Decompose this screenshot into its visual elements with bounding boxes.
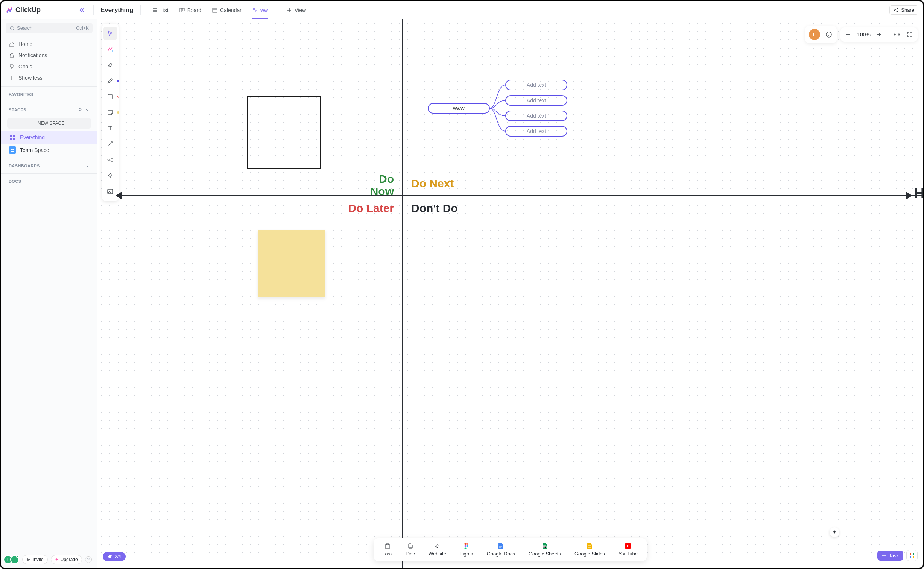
- top-bar: ClickUp Everything List Board Calendar w…: [1, 1, 923, 19]
- apps-grid-icon: [909, 553, 915, 558]
- task-icon: [384, 543, 391, 549]
- avatar-stack[interactable]: E E: [6, 555, 19, 564]
- svg-rect-0: [180, 8, 182, 12]
- nav-showless[interactable]: Show less: [1, 72, 97, 84]
- upgrade-button[interactable]: ✦ Upgrade: [51, 555, 82, 564]
- insert-doc[interactable]: Doc: [400, 541, 422, 558]
- search-kbd: Ctrl+K: [76, 26, 89, 31]
- chevron-down-icon[interactable]: [85, 108, 90, 112]
- home-icon: [9, 41, 15, 47]
- insert-figma[interactable]: Figma: [453, 541, 480, 558]
- svg-point-14: [11, 149, 12, 150]
- svg-rect-11: [13, 135, 15, 137]
- list-icon: [152, 7, 158, 13]
- quadrant-do-now[interactable]: Do Now: [370, 173, 394, 198]
- calendar-icon: [212, 7, 218, 13]
- divider: [1, 87, 97, 87]
- gsheets-icon: [541, 543, 548, 549]
- tab-whiteboard[interactable]: ww: [247, 1, 273, 19]
- nav-notifications[interactable]: Notifications: [1, 50, 97, 61]
- axis-vertical[interactable]: [402, 19, 403, 568]
- tab-list[interactable]: List: [147, 1, 174, 19]
- quadrant-dont-do[interactable]: Don't Do: [411, 202, 458, 215]
- dashboards-header[interactable]: DASHBOARDS: [1, 160, 97, 172]
- mindmap-child[interactable]: Add text: [505, 95, 567, 106]
- spaces-header[interactable]: SPACES: [1, 104, 97, 116]
- insert-google-sheets[interactable]: Google Sheets: [522, 541, 568, 558]
- space-everything[interactable]: Everything: [1, 131, 97, 144]
- axis-horizontal[interactable]: [119, 195, 923, 196]
- doc-icon: [407, 543, 414, 549]
- mindmap-child[interactable]: Add text: [505, 80, 567, 90]
- favorites-header[interactable]: FAVORITES: [1, 88, 97, 100]
- svg-rect-13: [13, 138, 15, 140]
- help-button[interactable]: ?: [85, 556, 92, 563]
- divider: [1, 158, 97, 158]
- svg-point-8: [10, 26, 13, 29]
- nav-list: Home Notifications Goals Show less: [1, 37, 97, 85]
- new-task-button[interactable]: Task: [877, 551, 903, 561]
- insert-google-docs[interactable]: Google Docs: [480, 541, 522, 558]
- svg-point-30: [466, 545, 468, 547]
- space-team[interactable]: Team Space: [1, 144, 97, 157]
- svg-rect-3: [253, 8, 255, 10]
- insert-task[interactable]: Task: [376, 541, 400, 558]
- figma-icon: [463, 543, 470, 549]
- quadrant-do-next[interactable]: Do Next: [411, 177, 454, 190]
- logo-icon: [6, 6, 13, 14]
- apps-button[interactable]: [906, 550, 918, 561]
- nav-goals[interactable]: Goals: [1, 61, 97, 72]
- tab-board[interactable]: Board: [174, 1, 207, 19]
- axis-label: H: [914, 185, 923, 202]
- divider: [277, 5, 277, 15]
- insert-google-slides[interactable]: Google Slides: [568, 541, 612, 558]
- view-tabs: List Board Calendar ww View: [147, 1, 311, 19]
- plus-icon: +: [34, 121, 38, 126]
- share-icon: [894, 8, 899, 13]
- divider: [93, 5, 94, 15]
- search-input[interactable]: Search Ctrl+K: [6, 23, 93, 33]
- arrow-up-icon: [9, 75, 15, 81]
- svg-rect-10: [10, 135, 12, 137]
- mindmap-root[interactable]: www: [428, 103, 490, 114]
- invite-button[interactable]: Invite: [22, 555, 48, 564]
- insert-youtube[interactable]: YouTube: [612, 541, 644, 558]
- gslides-icon: [586, 543, 593, 549]
- docs-header[interactable]: DOCS: [1, 175, 97, 187]
- divider: [1, 173, 97, 174]
- progress-pill[interactable]: 2/4: [103, 552, 126, 561]
- svg-rect-12: [10, 138, 12, 140]
- whiteboard-canvas[interactable]: + E 100%: [97, 19, 923, 568]
- search-icon[interactable]: [78, 108, 83, 112]
- insert-website[interactable]: Website: [422, 541, 453, 558]
- nav-home[interactable]: Home: [1, 38, 97, 50]
- quadrant-do-later[interactable]: Do Later: [348, 202, 394, 215]
- trophy-icon: [9, 64, 15, 70]
- sparkle-icon: ✦: [55, 557, 59, 562]
- svg-point-27: [464, 543, 466, 545]
- new-space-button[interactable]: + NEW SPACE: [7, 118, 91, 129]
- arrow-right-icon: [906, 192, 912, 199]
- share-button[interactable]: Share: [889, 5, 918, 15]
- svg-rect-35: [913, 553, 914, 555]
- tab-calendar[interactable]: Calendar: [207, 1, 247, 19]
- breadcrumb[interactable]: Everything: [97, 6, 137, 14]
- mindmap-child[interactable]: Add text: [505, 126, 567, 137]
- search-icon: [9, 26, 15, 31]
- link-icon: [434, 543, 441, 549]
- canvas-content: Do Now Do Next Do Later Don't Do H www A…: [97, 19, 923, 568]
- svg-point-15: [12, 149, 14, 150]
- mindmap-child[interactable]: Add text: [505, 111, 567, 121]
- collapse-sidebar-button[interactable]: [75, 7, 90, 13]
- plus-icon: [286, 7, 292, 13]
- svg-rect-2: [213, 8, 217, 12]
- logo-text: ClickUp: [15, 6, 41, 14]
- shape-rectangle[interactable]: [247, 96, 321, 169]
- svg-rect-37: [913, 556, 914, 558]
- pin-button[interactable]: [830, 527, 839, 537]
- svg-point-31: [464, 548, 466, 549]
- sticky-note[interactable]: [258, 230, 326, 297]
- tab-add-view[interactable]: View: [281, 1, 311, 19]
- svg-point-28: [466, 543, 468, 545]
- divider: [140, 5, 141, 15]
